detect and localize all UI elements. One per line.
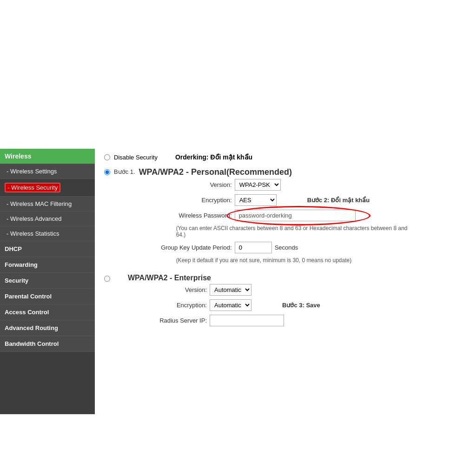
encryption-select[interactable]: AES TKIP Automatic	[235, 194, 277, 206]
radius-server-input[interactable]	[210, 315, 284, 326]
sidebar-item-dhcp[interactable]: DHCP	[0, 241, 95, 257]
wpa-enterprise-radio[interactable]	[104, 276, 110, 282]
seconds-label: Seconds	[275, 244, 298, 251]
ent-version-row: Version: Automatic WPA WPA2	[132, 284, 320, 296]
wpa-enterprise-section: WPA/WPA2 - Enterprise Version: Automatic…	[104, 274, 467, 330]
step3-label: Bước 3: Save	[282, 302, 320, 309]
radius-server-row: Radius Server IP:	[132, 315, 320, 326]
sidebar-item-access-control[interactable]: Access Control	[0, 304, 95, 320]
disable-security-radio[interactable]	[104, 154, 110, 160]
ent-version-select[interactable]: Automatic WPA WPA2	[210, 284, 251, 296]
page-wrapper: Wireless - Wireless Settings - Wireless …	[0, 0, 476, 476]
wpa-personal-title: WPA/WPA2 - Personal(Recommended)	[139, 167, 418, 177]
sidebar: Wireless - Wireless Settings - Wireless …	[0, 149, 95, 414]
disable-security-label: Disable Security	[114, 154, 158, 161]
password-wrapper	[235, 210, 356, 221]
version-select[interactable]: WPA2-PSK WPA-PSK Automatic	[235, 179, 281, 191]
wpa-personal-radio[interactable]	[104, 169, 110, 175]
version-label: Version:	[158, 181, 232, 188]
password-hint: (You can enter ASCII characters between …	[176, 225, 418, 238]
step2-label: Bước 2: Đổi mật khẩu	[307, 197, 370, 204]
wpa-personal-section-row: Bước 1. WPA/WPA2 - Personal(Recommended)…	[104, 167, 467, 267]
orderking-label: Orderking: Đổi mật khẩu	[175, 153, 252, 161]
group-key-label: Group Key Update Period:	[158, 244, 232, 251]
sidebar-item-wireless-security[interactable]: - Wireless Security	[0, 179, 95, 197]
version-row: Version: WPA2-PSK WPA-PSK Automatic	[158, 179, 418, 191]
sidebar-item-forwarding[interactable]: Forwarding	[0, 257, 95, 273]
wpa-enterprise-form: Version: Automatic WPA WPA2 Encryption:	[132, 284, 320, 326]
password-row: Wireless Password:	[158, 210, 418, 221]
group-key-hint: (Keep it default if you are not sure, mi…	[176, 257, 418, 264]
sidebar-item-wireless-advanced[interactable]: - Wireless Advanced	[0, 212, 95, 226]
sidebar-item-bandwidth-control[interactable]: Bandwidth Control	[0, 336, 95, 352]
top-white-space	[0, 0, 476, 149]
encryption-label: Encryption:	[158, 197, 232, 204]
radius-server-label: Radius Server IP:	[132, 317, 207, 324]
wpa-enterprise-title: WPA/WPA2 - Enterprise	[128, 274, 211, 282]
sidebar-item-security[interactable]: Security	[0, 273, 95, 289]
sidebar-item-advanced-routing[interactable]: Advanced Routing	[0, 320, 95, 336]
group-key-input[interactable]	[235, 242, 272, 253]
content-area: Wireless - Wireless Settings - Wireless …	[0, 149, 476, 414]
sidebar-item-wireless-statistics[interactable]: - Wireless Statistics	[0, 226, 95, 241]
ent-encryption-row: Encryption: Automatic AES TKIP Bước 3: S…	[132, 299, 320, 311]
ent-encryption-label: Encryption:	[132, 302, 207, 309]
disable-security-row: Disable Security Orderking: Đổi mật khẩu	[104, 153, 467, 161]
ent-encryption-select[interactable]: Automatic AES TKIP	[210, 299, 251, 311]
wpa-personal-form: Version: WPA2-PSK WPA-PSK Automatic Encr…	[158, 179, 418, 264]
group-key-row: Group Key Update Period: Seconds	[158, 242, 418, 253]
password-input[interactable]	[235, 210, 356, 221]
step1-label: Bước 1.	[114, 168, 135, 175]
sidebar-item-wireless[interactable]: Wireless	[0, 149, 95, 164]
sidebar-item-wireless-settings[interactable]: - Wireless Settings	[0, 164, 95, 179]
encryption-row: Encryption: AES TKIP Automatic Bước 2: Đ…	[158, 194, 418, 206]
password-label: Wireless Password:	[158, 212, 232, 219]
ent-version-label: Version:	[132, 286, 207, 293]
bottom-white-space	[0, 414, 476, 476]
main-content: Disable Security Orderking: Đổi mật khẩu…	[95, 149, 476, 414]
sidebar-item-wireless-mac-filtering[interactable]: - Wireless MAC Filtering	[0, 197, 95, 212]
sidebar-item-parental-control[interactable]: Parental Control	[0, 289, 95, 304]
